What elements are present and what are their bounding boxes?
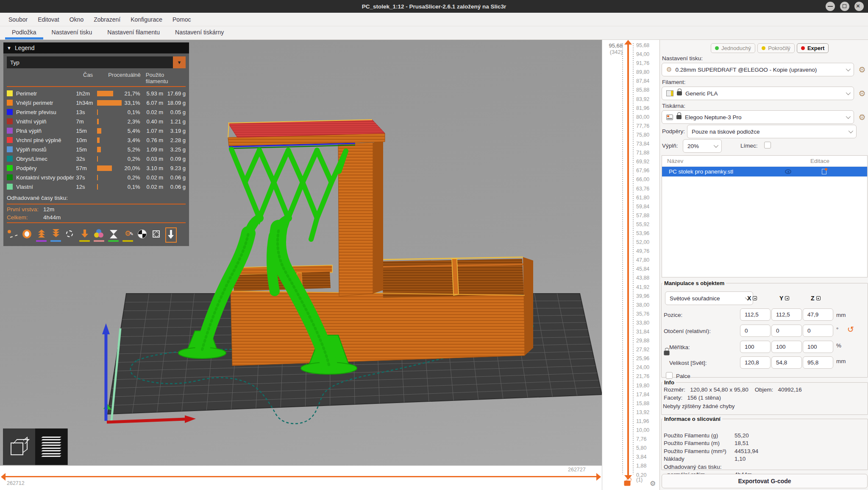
info-title: Info	[662, 379, 676, 386]
supports-dropdown[interactable]: Pouze na tiskové podložce	[687, 125, 857, 138]
infill-dropdown[interactable]: 20%	[683, 139, 722, 153]
object-list-panel: Název Editace PC stolek pro panenky.stl	[662, 155, 868, 277]
legend-title: Legend	[15, 45, 35, 51]
size-y-field[interactable]	[771, 356, 802, 369]
tab-filament-settings[interactable]: Nastavení filamentu	[100, 26, 167, 39]
layer-height-label: 15,88	[636, 399, 649, 408]
feature-length: 0.76 m	[140, 137, 163, 143]
scale-y-field[interactable]	[771, 341, 802, 353]
layer-height-labels: 95,6894,0091,7689,8087,8485,8883,9281,96…	[636, 41, 649, 480]
axis-icon	[753, 296, 757, 300]
mode-advanced-button[interactable]: Pokročilý	[757, 43, 795, 53]
shells-icon[interactable]	[151, 227, 162, 243]
maximize-button[interactable]	[840, 2, 849, 11]
menu-item[interactable]: Editovat	[33, 14, 64, 25]
rotation-x-field[interactable]	[740, 325, 771, 337]
printer-gear-button[interactable]: ⚙	[857, 110, 868, 124]
pause-prints-icon[interactable]	[108, 227, 119, 243]
layer-height-label: 73,84	[636, 140, 649, 148]
size-z-field[interactable]	[803, 356, 833, 369]
uniform-scale-lock-icon[interactable]	[664, 351, 669, 356]
feature-percent: 0,2%	[122, 174, 140, 181]
edit-icon[interactable]	[822, 169, 826, 174]
coordinate-system-dropdown[interactable]: Světové souřadnice	[665, 291, 753, 305]
layer-height-label: 81,96	[636, 104, 649, 113]
slider-settings-gear-icon[interactable]: ⚙	[650, 479, 656, 487]
legend-header[interactable]: ▼ Legend	[3, 42, 189, 53]
minimize-button[interactable]	[826, 2, 835, 11]
current-feature-icon[interactable]	[165, 227, 177, 243]
move-slider[interactable]	[5, 476, 597, 477]
mode-switcher: Jednoduchý Pokročilý Expert	[711, 43, 829, 53]
retractions-icon[interactable]	[36, 227, 47, 243]
rotation-z-field[interactable]	[803, 325, 833, 337]
inches-checkbox[interactable]	[666, 372, 673, 379]
reset-rotation-icon[interactable]: ↺	[847, 325, 854, 334]
eye-icon[interactable]	[785, 169, 791, 174]
feature-percent: 20,0%	[122, 165, 140, 171]
seams-icon[interactable]	[64, 227, 76, 243]
dropdown-arrow-icon[interactable]: ▼	[173, 56, 186, 68]
slider-lock-icon[interactable]	[624, 481, 631, 486]
feature-label: Vlastní	[16, 184, 76, 190]
position-x-field[interactable]	[740, 308, 771, 321]
feature-color-swatch	[7, 184, 13, 190]
menu-item[interactable]: Pomoc	[168, 14, 195, 25]
move-slider-strip: 262727 262712	[0, 465, 602, 490]
export-gcode-button[interactable]: Exportovat G-code	[662, 474, 868, 488]
layer-height-label: 19,80	[636, 381, 649, 390]
object-list-header: Název Editace	[662, 156, 867, 167]
print-settings-dropdown[interactable]: ⚙ 0.28mm SUPERDRAFT @ELEGOO - Kopie (upr…	[662, 63, 854, 76]
layer-height-label: 80,00	[636, 113, 649, 122]
position-z-field[interactable]	[803, 308, 833, 321]
feature-length: 1.07 m	[140, 128, 163, 134]
feature-time: 10m	[76, 137, 97, 143]
menu-item[interactable]: Soubor	[4, 14, 32, 25]
brim-checkbox[interactable]	[764, 142, 771, 148]
position-y-field[interactable]	[771, 308, 802, 321]
deretractions-icon[interactable]	[50, 227, 61, 243]
chevron-down-icon	[846, 90, 851, 95]
tab-printer-settings[interactable]: Nastavení tiskárny	[167, 26, 231, 39]
mode-expert-button[interactable]: Expert	[797, 43, 829, 53]
feature-weight: 0.06 g	[163, 184, 186, 190]
print-settings-gear-button[interactable]: ⚙	[857, 63, 868, 76]
layer-height-label: 91,76	[636, 59, 649, 68]
layer-slider[interactable]	[627, 44, 629, 475]
model-size: 120,80 x 54,80 x 95,80	[690, 386, 748, 393]
center-of-mass-icon[interactable]	[136, 227, 148, 243]
view-type-dropdown[interactable]: Typ ▼	[7, 56, 186, 68]
object-list-row[interactable]: PC stolek pro panenky.stl	[662, 167, 867, 176]
tab-platter[interactable]: Podložka	[4, 26, 44, 39]
mode-simple-button[interactable]: Jednoduchý	[711, 43, 755, 53]
size-x-field[interactable]	[740, 356, 771, 369]
layer-height-label: 1,88	[636, 462, 649, 470]
feature-length: 0.03 m	[140, 156, 163, 162]
travel-paths-icon[interactable]	[7, 227, 18, 243]
filament-color-swatch	[666, 90, 673, 96]
feature-label: Obrys/Límec	[16, 156, 76, 162]
custom-gcode-icon[interactable]: ⚙✎	[122, 227, 134, 243]
printer-dropdown[interactable]: Elegoo Neptune-3 Pro	[662, 110, 854, 124]
color-changes-icon[interactable]	[93, 227, 105, 243]
title-bar[interactable]: PC_stolek_1:12 - PrusaSlicer-2.6.1 založ…	[0, 0, 868, 13]
scale-x-field[interactable]	[740, 341, 771, 353]
layer-height-label: 63,76	[636, 185, 649, 193]
feature-time: 12s	[76, 184, 97, 190]
wipe-moves-icon[interactable]	[21, 227, 33, 243]
3d-viewport[interactable]: ▼ Legend Typ ▼ Čas Procentuálně Použito …	[0, 40, 602, 490]
filament-gear-button[interactable]: ⚙	[857, 87, 868, 100]
scale-z-field[interactable]	[803, 341, 833, 353]
tab-print-settings[interactable]: Nastavení tisku	[44, 26, 100, 39]
menu-item[interactable]: Zobrazení	[89, 14, 125, 25]
editor-view-button[interactable]	[3, 428, 35, 465]
move-slider-right-handle[interactable]	[596, 473, 601, 481]
menu-item[interactable]: Konfigurace	[126, 14, 167, 25]
rotation-y-field[interactable]	[771, 325, 802, 337]
menu-item[interactable]: Okno	[65, 14, 88, 25]
feature-label: Perimetr převisu	[16, 109, 76, 115]
tool-changes-icon[interactable]	[79, 227, 90, 243]
preview-view-button[interactable]	[35, 428, 67, 465]
filament-dropdown[interactable]: Generic PLA	[662, 87, 854, 100]
close-button[interactable]: ×	[854, 2, 864, 11]
